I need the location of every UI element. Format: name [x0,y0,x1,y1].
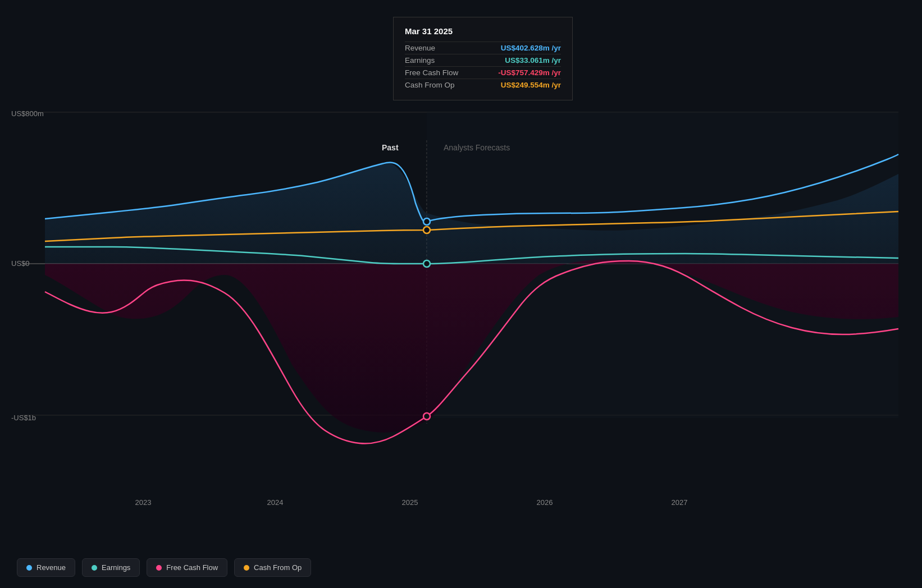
tooltip-value-fcf: -US$757.429m /yr [498,68,561,77]
tooltip-box: Mar 31 2025 Revenue US$402.628m /yr Earn… [393,17,573,100]
legend-item-earnings[interactable]: Earnings [82,558,140,577]
tooltip-label-cashop: Cash From Op [405,81,455,89]
tooltip-row-earnings: Earnings US$33.061m /yr [405,54,561,66]
svg-point-7 [423,227,430,233]
tooltip-label-revenue: Revenue [405,44,435,52]
y-label-0: US$0 [11,259,30,268]
legend-label-cashop: Cash From Op [254,563,302,572]
tooltip-label-earnings: Earnings [405,56,435,65]
x-label-2027: 2027 [672,498,688,507]
svg-point-5 [423,218,430,225]
tooltip-date: Mar 31 2025 [405,26,561,36]
tooltip-row-fcf: Free Cash Flow -US$757.429m /yr [405,66,561,79]
legend-dot-cashop [244,565,249,571]
chart-container: US$800m US$0 -US$1b 2023 2024 2025 2026 … [0,0,922,588]
legend: Revenue Earnings Free Cash Flow Cash Fro… [17,558,311,577]
y-label-neg1b: -US$1b [11,414,36,422]
legend-item-revenue[interactable]: Revenue [17,558,75,577]
tooltip-value-cashop: US$249.554m /yr [501,81,561,89]
x-label-2026: 2026 [537,498,553,507]
x-label-2023: 2023 [135,498,152,507]
tooltip-value-revenue: US$402.628m /yr [501,44,561,52]
legend-dot-earnings [92,565,97,571]
x-label-2025: 2025 [402,498,418,507]
x-label-2024: 2024 [267,498,284,507]
tooltip-row-cashop: Cash From Op US$249.554m /yr [405,79,561,91]
tooltip-row-revenue: Revenue US$402.628m /yr [405,42,561,54]
legend-item-fcf[interactable]: Free Cash Flow [147,558,227,577]
tooltip-value-earnings: US$33.061m /yr [505,56,561,65]
legend-item-cashop[interactable]: Cash From Op [234,558,311,577]
legend-dot-fcf [156,565,162,571]
legend-dot-revenue [26,565,32,571]
forecast-label: Analysts Forecasts [444,143,510,152]
legend-label-revenue: Revenue [36,563,66,572]
legend-label-earnings: Earnings [102,563,130,572]
y-label-800m: US$800m [11,109,44,118]
legend-label-fcf: Free Cash Flow [166,563,218,572]
tooltip-label-fcf: Free Cash Flow [405,68,458,77]
svg-point-8 [423,413,430,420]
past-label: Past [382,143,399,152]
svg-point-6 [423,260,430,267]
